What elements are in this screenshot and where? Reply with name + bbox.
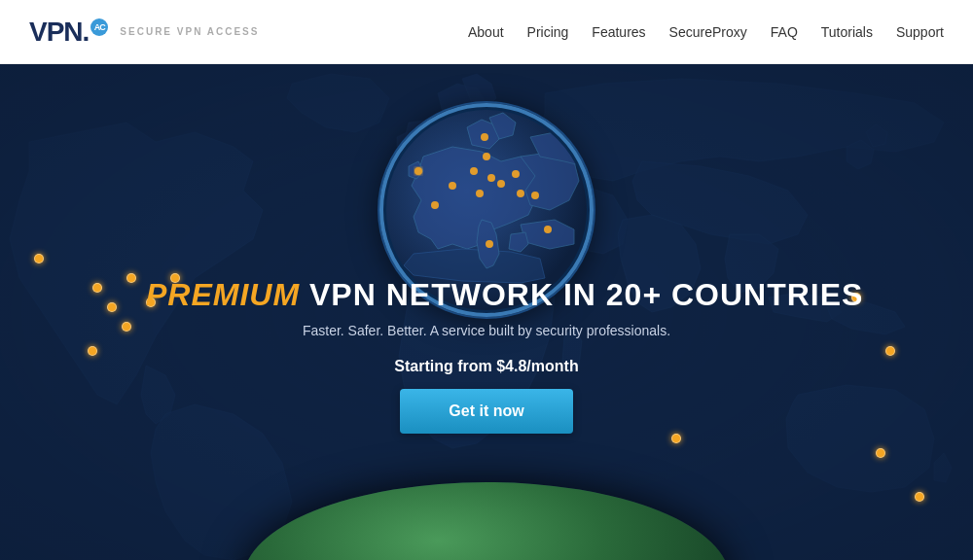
svg-point-10 bbox=[512, 170, 520, 178]
nav-about[interactable]: About bbox=[468, 24, 504, 40]
nav-features[interactable]: Features bbox=[592, 24, 645, 40]
cta-button[interactable]: Get it now bbox=[400, 389, 572, 434]
logo-area: VPN.AC SECURE VPN ACCESS bbox=[29, 17, 259, 48]
map-dot-na6 bbox=[122, 322, 131, 332]
svg-point-14 bbox=[497, 180, 505, 188]
map-dot-au2 bbox=[885, 346, 895, 356]
headline-premium: PREMIUM bbox=[146, 277, 300, 312]
hero-section: PREMIUM VPN NETWORK IN 20+ COUNTRIES Fas… bbox=[0, 64, 973, 560]
logo-text: VPN.AC bbox=[29, 17, 108, 48]
map-dot-na3 bbox=[126, 273, 136, 283]
hero-subtitle: Faster. Safer. Better. A service built b… bbox=[146, 323, 827, 338]
map-dot-au3 bbox=[876, 448, 885, 458]
map-dot-na2 bbox=[92, 283, 102, 293]
svg-point-8 bbox=[476, 190, 484, 197]
svg-point-7 bbox=[470, 167, 478, 175]
hero-price: Starting from $4.8/month bbox=[146, 358, 827, 375]
svg-point-16 bbox=[517, 190, 524, 197]
main-nav: About Pricing Features SecureProxy FAQ T… bbox=[468, 24, 944, 40]
svg-point-5 bbox=[431, 201, 439, 209]
svg-point-12 bbox=[531, 192, 539, 199]
svg-point-6 bbox=[487, 174, 495, 182]
hero-content: PREMIUM VPN NETWORK IN 20+ COUNTRIES Fas… bbox=[146, 277, 827, 434]
map-dot-af1 bbox=[671, 434, 681, 443]
map-dot-na1 bbox=[34, 254, 44, 263]
logo-tagline: SECURE VPN ACCESS bbox=[120, 26, 259, 37]
map-dot-na5 bbox=[107, 302, 117, 312]
map-dot-sa1 bbox=[88, 346, 97, 356]
svg-point-3 bbox=[414, 167, 422, 175]
svg-point-11 bbox=[481, 133, 488, 141]
header: VPN.AC SECURE VPN ACCESS About Pricing F… bbox=[0, 0, 973, 64]
map-dot-au4 bbox=[915, 492, 924, 502]
nav-pricing[interactable]: Pricing bbox=[527, 24, 569, 40]
nav-tutorials[interactable]: Tutorials bbox=[821, 24, 873, 40]
nav-support[interactable]: Support bbox=[896, 24, 944, 40]
headline-rest: VPN NETWORK IN 20+ COUNTRIES bbox=[300, 277, 863, 312]
hero-headline: PREMIUM VPN NETWORK IN 20+ COUNTRIES bbox=[146, 277, 827, 313]
svg-point-13 bbox=[544, 226, 552, 233]
svg-point-4 bbox=[449, 182, 456, 190]
logo-badge: AC bbox=[90, 18, 108, 36]
svg-point-15 bbox=[483, 153, 490, 160]
nav-secureproxy[interactable]: SecureProxy bbox=[669, 24, 747, 40]
svg-point-9 bbox=[486, 240, 493, 248]
nav-faq[interactable]: FAQ bbox=[771, 24, 798, 40]
